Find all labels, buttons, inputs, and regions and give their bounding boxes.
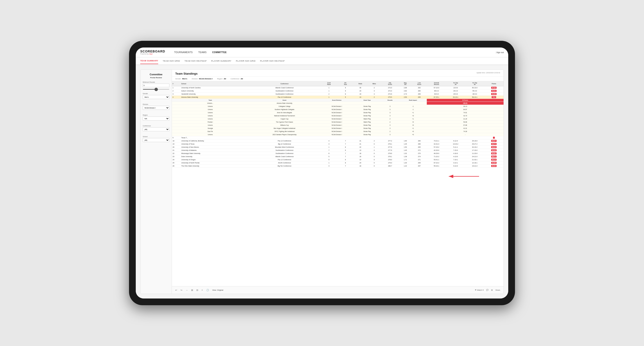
tab-player-h2h-grid[interactable]: PLAYER H2H GRID <box>236 58 256 64</box>
nav-tournaments[interactable]: TOURNAMENTS <box>174 50 193 54</box>
points-value: 93.31 <box>491 90 496 92</box>
sub-navigation: TEAM SUMMARY TEAM H2H GRID TEAM H2H HEAT… <box>136 57 508 65</box>
sidebar-school: School (All) <box>143 136 170 144</box>
table-row: 23 Duke University Atlantic Coast Confer… <box>172 155 504 158</box>
forward-icon[interactable]: → <box>186 289 188 291</box>
school-select[interactable]: (All) <box>143 138 170 142</box>
col-no-tour: NoTour <box>338 81 353 86</box>
col-conf-rank: ConfRank <box>320 81 338 86</box>
division-label: Division <box>143 104 170 105</box>
table-row-highlighted: 4 Arizona State University Pac-12 Confer… <box>172 96 504 99</box>
tab-team-h2h-heatmap[interactable]: TEAM H2H HEATMAP <box>184 58 207 64</box>
standings-title: Team Standings <box>175 72 198 75</box>
sidebar-division: Division NCAA Division I <box>143 104 170 112</box>
table-row: 21 University of Alabama Southeastern Co… <box>172 149 504 152</box>
logo-subtitle: Powered by clippi <box>140 53 165 55</box>
logo: SCOREBOARD Powered by clippi <box>140 50 165 55</box>
gender-select[interactable]: Men's <box>143 95 170 99</box>
app-container: Committee Portal Review Minimum Rounds G… <box>140 69 504 294</box>
comment-icon[interactable]: 💬 <box>486 289 488 291</box>
points-value: 88.07 <box>491 140 496 142</box>
min-rounds-slider[interactable] <box>143 89 170 90</box>
copy-icon[interactable]: ⊞ <box>191 289 193 291</box>
sign-out-button[interactable]: Sign out <box>495 51 504 54</box>
table-area[interactable]: # School Conference ConfRank NoTour Rnds… <box>172 81 504 286</box>
points-value: 90.50 <box>491 93 496 95</box>
undo-icon[interactable]: ↩ <box>175 289 177 291</box>
top-navigation: SCOREBOARD Powered by clippi TOURNAMENTS… <box>136 47 508 57</box>
tab-team-h2h-grid[interactable]: TEAM H2H GRID <box>163 58 180 64</box>
gender-filter: Gender: Men's <box>175 78 187 80</box>
tab-player-summary[interactable]: PLAYER SUMMARY <box>211 58 231 64</box>
col-wins: Wins <box>367 81 381 86</box>
points-value: 88.70 <box>491 143 496 145</box>
table-row: 26 The Ohio State University Big Ten Con… <box>172 165 504 168</box>
col-low-score: LowScore <box>412 81 427 86</box>
sidebar-region: Region N/A <box>143 114 170 122</box>
nav-links: TOURNAMENTS TEAMS COMMITTEE <box>174 50 227 54</box>
points-value: 83.81 <box>491 152 496 154</box>
tooltip-data-row: Univers Amer An Intercollegiate NCAA Div… <box>172 111 504 114</box>
tablet-frame: SCOREBOARD Powered by clippi TOURNAMENTS… <box>129 41 515 305</box>
conference-filter: Conference: All <box>231 78 243 80</box>
division-select[interactable]: NCAA Division I <box>143 106 170 110</box>
conference-select[interactable]: (All) <box>143 127 170 131</box>
grid-icon[interactable]: ⊟ <box>196 289 198 291</box>
sidebar-title: Committee <box>143 73 170 76</box>
sidebar-min-rounds: Minimum Rounds <box>143 81 170 90</box>
table-row: 18 University of California, Berkeley Pa… <box>172 139 504 143</box>
col-rank: # <box>172 81 181 86</box>
grid-view-icon[interactable]: ⊞ <box>491 289 493 291</box>
tooltip-data-row: Univers Southern Highlands Collegiate NC… <box>172 108 504 111</box>
table-row: 19 University of Texas Big 12 Conference… <box>172 143 504 146</box>
main-content: Committee Portal Review Minimum Rounds G… <box>136 65 508 299</box>
clock-icon[interactable]: 🕐 <box>206 289 209 291</box>
view-original[interactable]: View: Original <box>212 289 223 291</box>
points-value: 88.48 <box>491 149 496 151</box>
bottom-bar: ↩ ↪ → ⊞ ⊟ + 🕐 View: Original 👁 Watch ▾ 💬 <box>172 286 504 294</box>
tooltip-data-row: Univers Copper Cup NCAA Division I Match… <box>172 117 504 121</box>
sidebar-subtitle: Portal Review <box>143 77 170 79</box>
table-row: 5 Texas T... <box>172 136 504 139</box>
main-panel: Team Standings Update time: 13/03/2024 1… <box>172 70 504 294</box>
points-value <box>493 137 495 139</box>
min-rounds-input[interactable] <box>143 84 170 87</box>
gender-label: Gender <box>143 93 170 94</box>
filter-row: Gender: Men's Division: NCAA Division I … <box>172 77 504 81</box>
region-select[interactable]: N/A <box>143 117 170 121</box>
table-row: 22 Mississippi State University Southeas… <box>172 152 504 155</box>
nav-teams[interactable]: TEAMS <box>198 50 207 54</box>
content-area: Committee Portal Review Minimum Rounds G… <box>140 70 504 294</box>
nav-committee[interactable]: COMMITTEE <box>212 50 227 54</box>
tooltip-data-row: East Ter OFCC Fighting Illini Invitation… <box>172 130 504 133</box>
update-time: Update time: 13/03/2024 10:03:42 <box>476 72 500 73</box>
points-value: 80.94 <box>491 165 496 167</box>
min-rounds-label: Minimum Rounds <box>143 81 170 83</box>
tooltip-data-row: Univers National Invitational Tournament… <box>172 114 504 117</box>
col-avg-sg: Avg.SG <box>399 81 412 86</box>
table-row: 24 University of Oregon Pac-12 Conferenc… <box>172 158 504 161</box>
tab-player-h2h-heatmap[interactable]: PLAYER H2H HEATMAP <box>260 58 285 64</box>
redo-icon[interactable]: ↪ <box>180 289 182 291</box>
logo-title: SCOREBOARD <box>140 50 165 53</box>
points-value: 97.02 <box>491 87 496 89</box>
tab-team-summary[interactable]: TEAM SUMMARY <box>140 58 158 64</box>
bottom-right-actions: 👁 Watch ▾ 💬 ⊞ Share <box>475 289 500 291</box>
plus-icon[interactable]: + <box>202 289 203 291</box>
region-label: Region <box>143 114 170 116</box>
col-adj-score: Adj.Score <box>381 81 399 86</box>
points-value: 88.14 <box>491 159 496 161</box>
points-value: 83.89 <box>491 162 496 164</box>
tooltip-data-row: Univers Collegiate College NCAA Division… <box>172 105 504 108</box>
table-header-row: # School Conference ConfRank NoTour Rnds… <box>172 81 504 86</box>
tablet-screen: SCOREBOARD Powered by clippi TOURNAMENTS… <box>136 47 508 299</box>
col-school: School <box>181 81 248 86</box>
region-filter: Region: All <box>217 78 226 80</box>
col-rnds: Rnds <box>353 81 367 86</box>
watch-button[interactable]: 👁 Watch ▾ <box>475 289 484 291</box>
share-button[interactable]: Share <box>496 289 500 291</box>
points-value: 88.49 <box>491 146 496 148</box>
col-vs-top50: Vs Top50 <box>465 81 484 86</box>
sidebar: Committee Portal Review Minimum Rounds G… <box>140 70 172 294</box>
table-row: 25 University of North Florida ASUN Conf… <box>172 161 504 165</box>
